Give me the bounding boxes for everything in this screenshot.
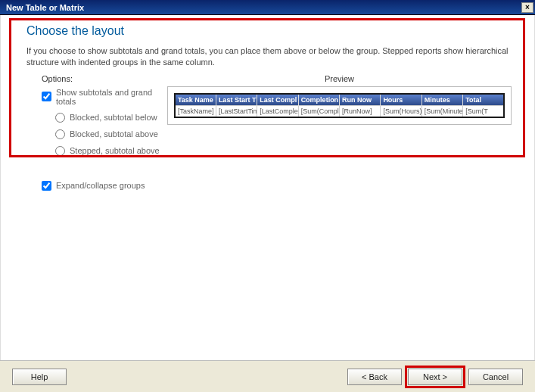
close-icon: ×: [525, 3, 530, 11]
cell: [TaskName]: [175, 105, 216, 117]
expand-collapse-checkbox[interactable]: Expand/collapse groups: [42, 181, 167, 191]
expand-collapse-label: Expand/collapse groups: [56, 181, 145, 190]
cell: [Sum(Minutes)]: [421, 105, 462, 117]
cell: [RunNow]: [340, 105, 381, 117]
show-totals-input[interactable]: [42, 92, 51, 101]
options-label: Options:: [42, 74, 167, 83]
title-bar: New Table or Matrix ×: [0, 0, 535, 15]
blocked-below-radio[interactable]: Blocked, subtotal below: [55, 113, 167, 123]
col-header: Hours: [381, 94, 421, 106]
back-button[interactable]: < Back: [347, 369, 402, 385]
preview-label: Preview: [167, 74, 512, 83]
col-header: Last Compl: [257, 94, 298, 106]
wizard-button-bar: Help < Back Next > Cancel: [0, 360, 535, 392]
show-totals-checkbox[interactable]: Show subtotals and grand totals: [42, 88, 167, 106]
window-title: New Table or Matrix: [6, 3, 84, 12]
cell: [LastCompletion: [257, 105, 298, 117]
cell: [Sum(T: [463, 105, 504, 117]
blocked-below-input[interactable]: [55, 113, 65, 123]
stepped-above-radio[interactable]: Stepped, subtotal above: [55, 146, 167, 156]
preview-header-row: Task Name Last Start T Last Compl Comple…: [175, 94, 504, 106]
help-button[interactable]: Help: [12, 369, 67, 385]
blocked-below-label: Blocked, subtotal below: [70, 113, 157, 122]
cell: [LastStartTime]: [216, 105, 257, 117]
options-panel: Options: Show subtotals and grand totals…: [23, 74, 167, 195]
preview-panel: Preview Task Name Last Start T Last Comp…: [167, 74, 512, 125]
col-header: Last Start T: [216, 94, 257, 106]
col-header: Completion: [298, 94, 339, 106]
next-button[interactable]: Next >: [408, 369, 462, 385]
blocked-above-radio[interactable]: Blocked, subtotal above: [55, 129, 167, 139]
blocked-above-input[interactable]: [55, 129, 65, 139]
cell: [Sum(Completic: [298, 105, 339, 117]
expand-collapse-input[interactable]: [42, 181, 51, 191]
col-header: Run Now: [340, 94, 381, 106]
show-totals-label: Show subtotals and grand totals: [56, 88, 167, 106]
preview-data-row: [TaskName] [LastStartTime] [LastCompleti…: [175, 105, 504, 117]
cell: [Sum(Hours)]: [381, 105, 421, 117]
col-header: Total: [463, 94, 504, 106]
stepped-above-label: Stepped, subtotal above: [70, 146, 160, 155]
preview-area: Task Name Last Start T Last Compl Comple…: [167, 86, 512, 125]
stepped-above-input[interactable]: [55, 146, 65, 156]
page-heading: Choose the layout: [26, 24, 512, 38]
wizard-page: Choose the layout If you choose to show …: [0, 15, 535, 360]
blocked-above-label: Blocked, subtotal above: [70, 129, 158, 138]
col-header: Task Name: [175, 94, 216, 106]
page-description: If you choose to show subtotals and gran…: [26, 45, 509, 68]
col-header: Minutes: [421, 94, 462, 106]
preview-table: Task Name Last Start T Last Compl Comple…: [174, 93, 505, 118]
close-button[interactable]: ×: [521, 2, 533, 13]
cancel-button[interactable]: Cancel: [468, 369, 523, 385]
